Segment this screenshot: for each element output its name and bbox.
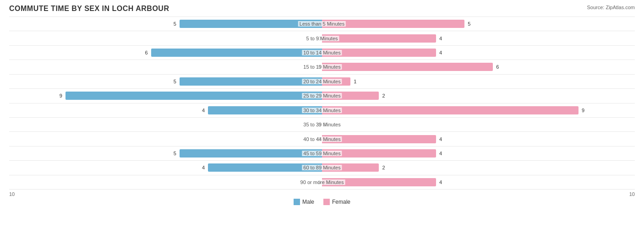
axis-left-label: 10 (9, 191, 15, 197)
legend-male-label: Male (302, 199, 314, 205)
bar-row: 9 2 25 to 29 Minutes (9, 88, 635, 103)
male-value: 5 (174, 21, 178, 27)
bar-right-section: 9 (322, 103, 635, 117)
female-value: 4 (437, 179, 442, 185)
legend-female-label: Female (332, 199, 350, 205)
bar-female (322, 63, 493, 71)
bar-row: 0 6 15 to 19 Minutes (9, 60, 635, 74)
bar-right-section: 1 (322, 75, 635, 88)
bar-row: 5 5 Less than 5 Minutes (9, 16, 635, 31)
bar-left-section: 0 (9, 132, 322, 146)
bar-right-section: 4 (322, 175, 635, 189)
bar-row: 4 9 30 to 34 Minutes (9, 103, 635, 117)
row-label: 20 to 24 Minutes (302, 79, 342, 84)
bar-left-section: 6 (9, 46, 322, 60)
male-value: 4 (202, 108, 207, 113)
source-text: Source: ZipAtlas.com (587, 5, 635, 10)
bar-male (180, 77, 322, 86)
row-label: Less than 5 Minutes (298, 21, 346, 27)
bar-left-section: 5 (9, 147, 322, 160)
male-value: 6 (145, 50, 150, 55)
rows-container: 5 5 Less than 5 Minutes 0 4 5 to 9 Minut… (9, 16, 635, 190)
female-value: 4 (437, 36, 442, 41)
bar-row: 0 4 5 to 9 Minutes (9, 31, 635, 45)
row-label: 30 to 34 Minutes (302, 108, 342, 113)
bar-right-section: 4 (322, 31, 635, 45)
bar-row: 0 4 40 to 44 Minutes (9, 131, 635, 146)
bar-row: 0 0 35 to 39 Minutes (9, 117, 635, 131)
legend-male: Male (294, 199, 314, 205)
legend-male-box (294, 199, 300, 205)
male-value: 9 (60, 93, 64, 98)
female-value: 5 (466, 21, 470, 27)
row-label: 15 to 19 Minutes (302, 64, 342, 70)
bar-left-section: 5 (9, 17, 322, 31)
bar-left-section: 0 (9, 118, 322, 131)
bar-left-section: 0 (9, 60, 322, 74)
bar-row: 6 4 10 to 14 Minutes (9, 45, 635, 60)
axis-right-label: 10 (629, 191, 635, 197)
row-label: 90 or more Minutes (299, 179, 345, 185)
row-label: 60 to 89 Minutes (302, 165, 342, 170)
bar-male (180, 149, 322, 158)
bar-female (322, 106, 579, 114)
row-label: 10 to 14 Minutes (302, 50, 342, 55)
bar-left-section: 5 (9, 75, 322, 88)
row-label: 45 to 59 Minutes (302, 151, 342, 156)
row-label: 40 to 44 Minutes (302, 136, 342, 142)
bar-row: 0 4 90 or more Minutes (9, 175, 635, 190)
female-value: 4 (437, 136, 442, 142)
bar-right-section: 4 (322, 46, 635, 60)
row-label: 25 to 29 Minutes (302, 93, 342, 98)
bar-right-section: 6 (322, 60, 635, 74)
legend-female-box (323, 199, 330, 205)
female-value: 9 (580, 108, 584, 113)
bar-right-section: 2 (322, 89, 635, 103)
bar-left-section: 4 (9, 103, 322, 117)
male-value: 4 (202, 165, 207, 170)
female-value: 4 (437, 50, 442, 55)
chart-container: COMMUTE TIME BY SEX IN LOCH ARBOUR Sourc… (0, 0, 644, 239)
chart-area: 5 5 Less than 5 Minutes 0 4 5 to 9 Minut… (9, 16, 635, 205)
chart-title: COMMUTE TIME BY SEX IN LOCH ARBOUR (9, 5, 635, 13)
female-value: 6 (494, 64, 499, 70)
bar-male (65, 92, 322, 100)
male-value: 5 (174, 79, 178, 84)
legend: Male Female (9, 199, 635, 205)
axis-bottom: 10 10 (9, 190, 635, 197)
bar-right-section: 4 (322, 147, 635, 160)
bar-right-section: 0 (322, 118, 635, 131)
bar-right-section: 4 (322, 132, 635, 146)
female-value: 2 (380, 165, 385, 170)
bar-row: 4 2 60 to 89 Minutes (9, 160, 635, 174)
female-value: 4 (437, 151, 442, 156)
bar-male (151, 49, 322, 57)
bar-left-section: 0 (9, 175, 322, 189)
bar-row: 5 4 45 to 59 Minutes (9, 146, 635, 160)
legend-female: Female (323, 199, 350, 205)
bar-row: 5 1 20 to 24 Minutes (9, 74, 635, 88)
row-label: 5 to 9 Minutes (305, 36, 339, 41)
female-value: 2 (380, 93, 385, 98)
bar-left-section: 9 (9, 89, 322, 103)
bar-right-section: 5 (322, 17, 635, 31)
bar-right-section: 2 (322, 161, 635, 174)
row-label: 35 to 39 Minutes (302, 122, 342, 127)
bar-left-section: 4 (9, 161, 322, 174)
female-value: 1 (352, 79, 356, 84)
bar-left-section: 0 (9, 31, 322, 45)
male-value: 5 (174, 151, 178, 156)
